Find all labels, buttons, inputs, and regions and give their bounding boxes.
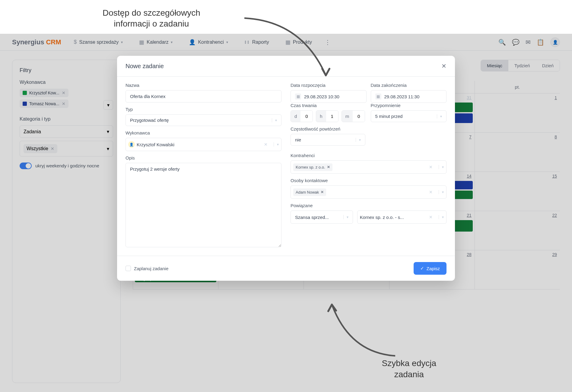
chevron-down-icon: ▾ [343,215,348,219]
clear-icon[interactable]: ✕ [427,165,434,169]
clear-icon[interactable]: ✕ [262,142,269,147]
performer-select[interactable]: 👤 Krzysztof Kowalski ✕ ▾ [126,138,281,151]
check-icon: ✓ [420,266,424,271]
frequency-label: Częstotliwość powtórzeń [291,126,446,131]
chevron-down-icon: ▾ [437,114,442,119]
performer-label: Wykonawca [126,130,281,135]
reminder-label: Przypomnienie [371,103,447,108]
duration-days[interactable]: d [291,110,313,122]
close-modal-button[interactable]: ✕ [441,62,446,70]
task-name-input[interactable] [126,90,281,103]
remove-chip-icon[interactable]: ✕ [321,190,324,194]
frequency-value: nie [295,137,301,142]
days-input[interactable] [300,111,313,122]
duration-minutes[interactable]: m [342,110,365,122]
description-label: Opis [126,155,281,160]
end-date-value: 29.08.2023 11:30 [384,94,420,99]
d-label: d [291,111,300,122]
avatar-icon: 👤 [128,141,135,148]
chevron-down-icon: ▾ [274,142,279,147]
performer-value: Krzysztof Kowalski [137,142,174,147]
calendar-icon: ▦ [375,93,381,100]
remove-chip-icon[interactable]: ✕ [327,165,330,169]
modal-title: Nowe zadanie [126,63,164,70]
modal-footer: Zaplanuj zadanie ✓ Zapisz [117,256,455,281]
related-label: Powiązane [291,203,446,208]
chevron-down-icon: ▾ [439,190,444,194]
start-date-value: 29.08.2023 10:30 [304,94,339,99]
end-date-input[interactable]: ▦ 29.08.2023 11:30 [371,90,447,103]
duration-hours[interactable]: h [316,110,338,122]
chevron-down-icon: ▾ [439,215,444,219]
contractors-label: Kontrahenci [291,153,446,158]
related-value: Kornex sp. z o.o. - s... [360,215,404,220]
chevron-down-icon: ▾ [272,118,277,122]
duration-label: Czas trwania [291,103,367,108]
contacts-select[interactable]: Adam Nowak ✕ ✕ ▾ [291,185,446,199]
save-label: Zapisz [427,266,440,271]
hours-input[interactable] [326,111,338,122]
h-label: h [316,111,326,122]
calendar-icon: ▦ [295,93,301,100]
chevron-down-icon: ▾ [439,165,444,169]
minutes-input[interactable] [353,111,365,122]
start-date-input[interactable]: ▦ 29.08.2023 10:30 [291,90,367,103]
frequency-select[interactable]: nie ▾ [291,134,365,146]
related-value-select[interactable]: Kornex sp. z o.o. - s... ✕ ▾ [357,210,446,224]
related-type-select[interactable]: Szansa sprzed... ▾ [291,210,353,224]
contact-chip: Adam Nowak ✕ [293,188,326,196]
clear-icon[interactable]: ✕ [427,190,434,194]
type-label: Typ [126,107,281,112]
chip-text: Kornex sp. z o.o. [296,165,325,169]
description-textarea[interactable]: Przygotuj 2 wersje oferty [126,163,281,247]
task-type-select[interactable]: Przygotować ofertę ▾ [126,114,281,126]
end-date-label: Data zakończenia [371,83,447,88]
new-task-modal: Nowe zadanie ✕ Nazwa Typ Przygotować ofe… [117,56,455,281]
contacts-label: Osoby kontaktowe [291,178,446,183]
save-button[interactable]: ✓ Zapisz [414,262,446,275]
arrow-bottom [320,296,404,362]
schedule-task-checkbox[interactable] [126,266,131,271]
m-label: m [342,111,353,122]
contractor-chip: Kornex sp. z o.o. ✕ [293,163,332,171]
schedule-task-label: Zaplanuj zadanie [134,266,168,271]
contractors-select[interactable]: Kornex sp. z o.o. ✕ ✕ ▾ [291,160,446,174]
chip-text: Adam Nowak [296,190,319,194]
reminder-select[interactable]: 5 minut przed ▾ [371,110,447,122]
chevron-down-icon: ▾ [356,138,361,142]
related-type-value: Szansa sprzed... [295,215,329,220]
clear-icon[interactable]: ✕ [427,215,434,220]
type-value: Przygotować ofertę [130,118,169,123]
annotation-top: Dostęp do szczegółowych informacji o zad… [103,8,200,30]
reminder-value: 5 minut przed [375,114,403,119]
arrow-top [241,15,338,84]
